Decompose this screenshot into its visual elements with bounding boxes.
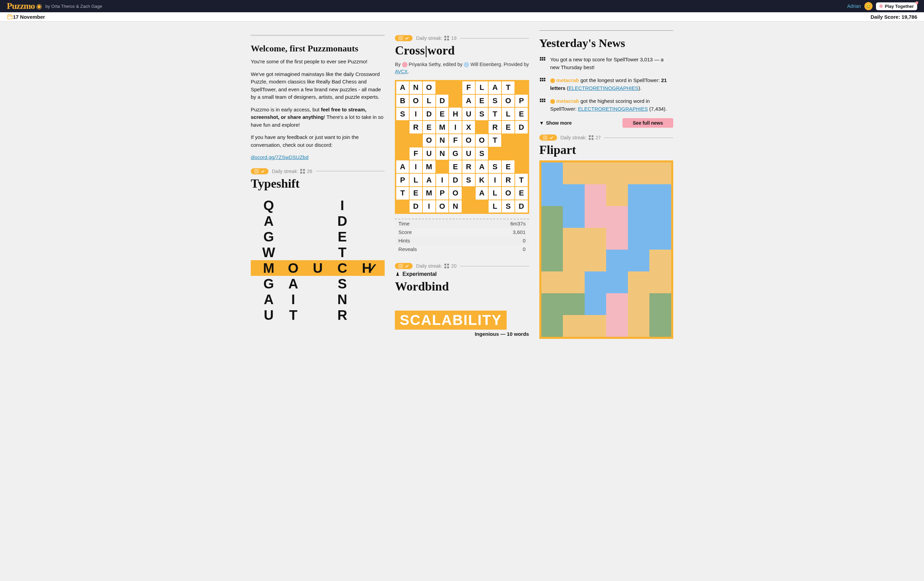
crossword-cell[interactable]: P xyxy=(515,95,528,107)
flipart-cell[interactable] xyxy=(606,228,628,250)
flipart-cell[interactable] xyxy=(541,250,563,272)
crossword-cell[interactable]: A xyxy=(476,187,488,199)
flipart-cell[interactable] xyxy=(563,228,585,250)
flipart-cell[interactable] xyxy=(606,272,628,293)
crossword-cell[interactable]: M xyxy=(423,187,436,199)
flipart-cell[interactable] xyxy=(541,315,563,337)
crossword-cell[interactable]: E xyxy=(476,95,488,107)
crossword-cell[interactable]: D xyxy=(449,174,462,186)
flipart-cell[interactable] xyxy=(628,206,650,228)
crossword-cell[interactable]: L xyxy=(476,81,488,94)
flipart-cell[interactable] xyxy=(585,228,606,250)
crossword-cell[interactable]: P xyxy=(436,187,449,199)
typeshift-row[interactable]: MOUCH✓ xyxy=(251,260,384,276)
crossword-cell[interactable]: O xyxy=(423,134,436,147)
crossword-cell[interactable]: R xyxy=(409,121,422,133)
flipart-cell[interactable] xyxy=(585,293,606,315)
flipart-game[interactable] xyxy=(540,160,673,339)
crossword-cell[interactable]: N xyxy=(449,200,462,213)
crossword-cell[interactable]: F xyxy=(462,81,475,94)
flipart-cell[interactable] xyxy=(628,272,650,293)
flipart-cell[interactable] xyxy=(628,184,650,206)
crossword-cell[interactable]: M xyxy=(423,160,436,173)
crossword-cell[interactable]: T xyxy=(502,81,515,94)
crossword-cell[interactable]: D xyxy=(409,200,422,213)
flipart-cell[interactable] xyxy=(541,293,563,315)
crossword-cell[interactable]: R xyxy=(502,174,515,186)
crossword-cell[interactable]: S xyxy=(476,108,488,120)
flipart-cell[interactable] xyxy=(563,315,585,337)
typeshift-title[interactable]: Typeshift xyxy=(251,176,384,191)
crossword-cell[interactable]: O xyxy=(423,81,436,94)
crossword-cell[interactable]: S xyxy=(502,200,515,213)
flipart-cell[interactable] xyxy=(541,163,563,184)
flipart-cell[interactable] xyxy=(563,293,585,315)
flipart-title[interactable]: Flipart xyxy=(540,143,673,157)
crossword-cell[interactable]: D xyxy=(515,200,528,213)
crossword-cell[interactable]: A xyxy=(476,160,488,173)
crossword-cell[interactable]: E xyxy=(423,121,436,133)
flipart-cell[interactable] xyxy=(541,228,563,250)
avatar[interactable]: 😊 xyxy=(865,2,873,10)
provider-link[interactable]: AVCX xyxy=(395,69,408,74)
flipart-cell[interactable] xyxy=(606,293,628,315)
crossword-cell[interactable]: E xyxy=(502,160,515,173)
flipart-cell[interactable] xyxy=(649,250,671,272)
flipart-cell[interactable] xyxy=(585,184,606,206)
crossword-cell[interactable]: D xyxy=(515,121,528,133)
flipart-cell[interactable] xyxy=(649,184,671,206)
crossword-cell[interactable]: L xyxy=(488,200,501,213)
crossword-cell[interactable]: N xyxy=(436,134,449,147)
flipart-cell[interactable] xyxy=(606,206,628,228)
flipart-cell[interactable] xyxy=(563,272,585,293)
crossword-cell[interactable]: S xyxy=(462,174,475,186)
crossword-cell[interactable]: P xyxy=(396,174,409,186)
flipart-cell[interactable] xyxy=(585,206,606,228)
flipart-cell[interactable] xyxy=(585,315,606,337)
crossword-title[interactable]: Cross|word xyxy=(395,43,529,58)
crossword-cell[interactable]: N xyxy=(409,81,422,94)
flipart-cell[interactable] xyxy=(628,250,650,272)
flipart-cell[interactable] xyxy=(606,315,628,337)
crossword-cell[interactable]: E xyxy=(515,187,528,199)
crossword-cell[interactable]: L xyxy=(488,187,501,199)
crossword-cell[interactable]: H xyxy=(449,108,462,120)
crossword-cell[interactable]: E xyxy=(409,187,422,199)
crossword-cell[interactable]: A xyxy=(462,95,475,107)
typeshift-game[interactable]: QIADGEWTMOUCH✓GASAINUTR xyxy=(251,198,384,323)
crossword-cell[interactable]: I xyxy=(449,121,462,133)
crossword-cell[interactable]: S xyxy=(476,148,488,160)
crossword-cell[interactable]: L xyxy=(423,95,436,107)
crossword-cell[interactable]: A xyxy=(488,81,501,94)
crossword-cell[interactable]: I xyxy=(409,108,422,120)
typeshift-row[interactable]: WT xyxy=(251,245,384,260)
crossword-grid[interactable]: ANOFLATBOLDAESOPSIDEHUSTLEREMIXREDONFOOT… xyxy=(395,80,529,214)
flipart-cell[interactable] xyxy=(649,228,671,250)
see-full-news-button[interactable]: See full news xyxy=(622,118,673,128)
crossword-cell[interactable]: S xyxy=(488,95,501,107)
crossword-cell[interactable]: B xyxy=(396,95,409,107)
crossword-cell[interactable]: A xyxy=(396,81,409,94)
crossword-cell[interactable]: X xyxy=(462,121,475,133)
flipart-cell[interactable] xyxy=(606,163,628,184)
crossword-cell[interactable]: A xyxy=(423,174,436,186)
crossword-cell[interactable]: O xyxy=(476,134,488,147)
flipart-cell[interactable] xyxy=(628,163,650,184)
crossword-cell[interactable]: O xyxy=(502,187,515,199)
crossword-cell[interactable]: D xyxy=(423,108,436,120)
typeshift-row[interactable]: GE xyxy=(251,229,384,245)
crossword-cell[interactable]: G xyxy=(449,148,462,160)
typeshift-row[interactable]: AD xyxy=(251,213,384,229)
crossword-cell[interactable]: F xyxy=(449,134,462,147)
crossword-cell[interactable]: F xyxy=(409,148,422,160)
typeshift-row[interactable]: GAS xyxy=(251,276,384,291)
crossword-cell[interactable]: I xyxy=(488,174,501,186)
crossword-cell[interactable]: D xyxy=(436,95,449,107)
flipart-cell[interactable] xyxy=(628,228,650,250)
crossword-cell[interactable]: I xyxy=(409,160,422,173)
crossword-cell[interactable]: R xyxy=(488,121,501,133)
flipart-cell[interactable] xyxy=(563,163,585,184)
crossword-cell[interactable]: K xyxy=(476,174,488,186)
crossword-cell[interactable]: O xyxy=(409,95,422,107)
flipart-cell[interactable] xyxy=(628,315,650,337)
